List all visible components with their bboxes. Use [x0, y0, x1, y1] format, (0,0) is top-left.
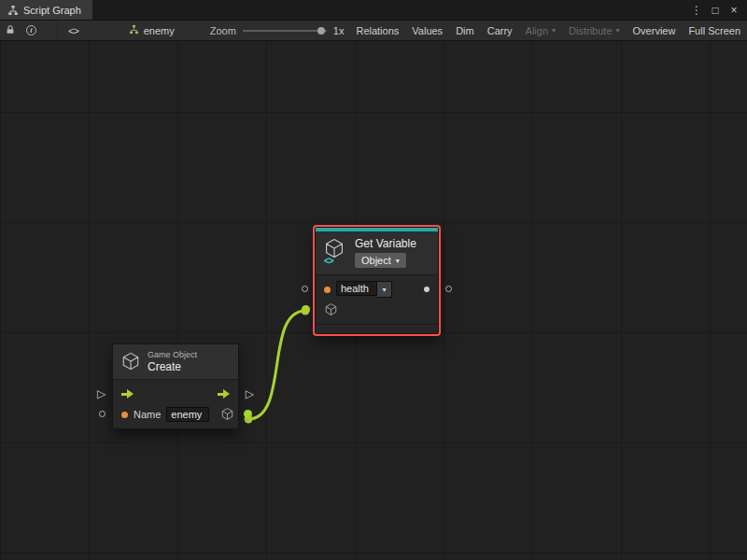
name-input-port[interactable]	[99, 411, 106, 417]
object-target-row	[316, 300, 438, 320]
tab-script-graph[interactable]: Script Graph	[0, 0, 92, 20]
chevron-down-icon: ▾	[396, 257, 400, 265]
node-get-variable[interactable]: <> Get Variable Object ▾ ▾	[315, 227, 439, 334]
zoom-controls: Zoom 1x	[204, 21, 350, 40]
values-button[interactable]: Values	[405, 21, 449, 40]
lock-button[interactable]	[0, 21, 21, 40]
distribute-dropdown-button: Distribute▾	[562, 21, 626, 40]
button-label: Overview	[633, 25, 676, 36]
chevron-down-icon: ▾	[616, 26, 620, 35]
flow-port-row: ▷ ▷	[113, 384, 238, 404]
zoom-label: Zoom	[210, 25, 236, 36]
node-header: Game Object Create	[113, 344, 238, 379]
name-port-label: Name	[134, 409, 161, 420]
toolbar-spacer	[89, 21, 123, 40]
flow-input-port[interactable]: ▷	[97, 386, 106, 401]
graph-canvas[interactable]: Game Object Create ▷ ▷ Name	[0, 41, 747, 560]
node-titles: Game Object Create	[148, 350, 197, 373]
info-button[interactable]: i	[21, 21, 41, 40]
variable-name-field: ▾	[336, 281, 392, 298]
game-object-output-port[interactable]	[244, 410, 252, 418]
code-view-button[interactable]: <>	[57, 21, 88, 40]
variable-scope-dropdown[interactable]: Object ▾	[355, 253, 406, 268]
node-header: <> Get Variable Object ▾	[316, 231, 438, 274]
toolbar-button-group: Relations Values Dim Carry Align▾ Distri…	[349, 21, 747, 40]
script-graph-icon	[7, 5, 19, 16]
variable-name-row: ▾	[316, 279, 438, 300]
lock-icon	[5, 24, 16, 37]
button-label: Distribute	[569, 25, 612, 36]
chevron-down-icon: ▾	[382, 286, 386, 294]
graph-toolbar: i <> enemy Zoom 1x Relations Values Dim …	[0, 21, 747, 41]
node-category: Game Object	[148, 350, 197, 359]
close-button[interactable]: ×	[726, 2, 742, 19]
graph-name: enemy	[144, 25, 175, 36]
node-title: Create	[148, 360, 197, 373]
game-object-output-icon	[220, 407, 234, 423]
zoom-slider-handle[interactable]	[317, 27, 325, 35]
code-icon: <>	[68, 25, 78, 36]
variable-name-input[interactable]	[336, 281, 377, 296]
button-label: Carry	[487, 25, 513, 36]
title-bar: Script Graph ⋮ □ ×	[0, 0, 747, 21]
game-object-cube-icon	[120, 351, 141, 373]
chevron-down-icon: ▾	[552, 26, 556, 35]
carry-button[interactable]: Carry	[481, 21, 519, 40]
variable-name-dropdown-button[interactable]: ▾	[377, 281, 392, 298]
overview-button[interactable]: Overview	[627, 21, 683, 40]
code-badge-icon: <>	[324, 256, 333, 266]
wire-create-to-get-variable[interactable]	[248, 311, 305, 419]
scope-label: Object	[361, 255, 391, 266]
object-input-port[interactable]	[302, 305, 310, 314]
graph-breadcrumb[interactable]: enemy	[123, 21, 180, 40]
get-variable-icon: <>	[323, 237, 347, 263]
dim-button[interactable]: Dim	[449, 21, 481, 40]
button-label: Values	[412, 25, 443, 36]
value-output-port[interactable]	[445, 286, 452, 292]
value-dot-icon	[324, 287, 331, 293]
window-menu-button[interactable]: ⋮	[688, 2, 705, 19]
toolbar-spacer	[42, 21, 58, 40]
node-titles: Get Variable Object ▾	[355, 237, 416, 268]
align-dropdown-button: Align▾	[519, 21, 562, 40]
tab-title: Script Graph	[23, 5, 81, 16]
button-label: Align	[526, 25, 548, 36]
value-dot-icon	[121, 412, 128, 418]
toolbar-spacer	[180, 21, 204, 40]
info-icon: i	[26, 25, 36, 35]
object-target-cube-icon	[324, 302, 338, 318]
maximize-button[interactable]: □	[707, 2, 724, 19]
value-output-dot-icon	[424, 287, 430, 292]
zoom-value: 1x	[333, 25, 345, 36]
name-input[interactable]	[166, 407, 209, 422]
button-label: Full Screen	[688, 25, 740, 36]
window-controls: ⋮ □ ×	[688, 0, 747, 20]
flow-in-arrow-icon	[121, 389, 134, 399]
button-label: Dim	[456, 25, 474, 36]
script-graph-window: Script Graph ⋮ □ × i <> enemy	[0, 0, 747, 560]
node-footer	[316, 324, 438, 333]
flow-out-arrow-icon	[218, 389, 230, 399]
node-title: Get Variable	[355, 237, 416, 250]
zoom-slider[interactable]	[243, 21, 327, 40]
name-input-port[interactable]	[302, 286, 308, 292]
node-body: ▷ ▷ Name	[113, 379, 238, 428]
full-screen-button[interactable]: Full Screen	[682, 21, 747, 40]
node-body: ▾	[316, 274, 438, 324]
name-port-row: Name	[113, 404, 238, 425]
relations-button[interactable]: Relations	[349, 21, 405, 40]
flow-output-port[interactable]: ▷	[246, 386, 254, 401]
button-label: Relations	[356, 25, 399, 36]
node-game-object-create[interactable]: Game Object Create ▷ ▷ Name	[112, 343, 239, 429]
graph-asset-icon	[129, 24, 139, 36]
